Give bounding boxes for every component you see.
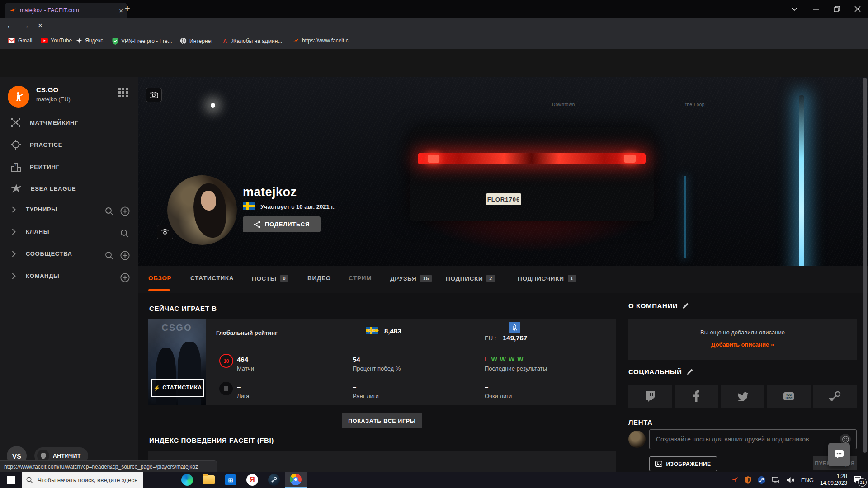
taskbar-chrome[interactable]: [285, 472, 307, 488]
notification-center-button[interactable]: 21: [854, 475, 863, 484]
tab-search-chevron-icon[interactable]: [791, 7, 797, 11]
protect-shield-tray-icon[interactable]: [745, 476, 751, 484]
csgo-game-art[interactable]: CSGO ⚡СТАТИСТИКА: [148, 319, 206, 405]
forward-button[interactable]: →: [22, 21, 29, 30]
communities-search-icon[interactable]: [105, 251, 113, 260]
chat-widget-button[interactable]: [828, 443, 850, 466]
stop-loading-button[interactable]: ×: [38, 21, 42, 30]
teams-add-icon[interactable]: [120, 273, 130, 282]
bookmark-vpn[interactable]: VPN-Free.pro - Fre...: [112, 38, 172, 45]
language-indicator[interactable]: ENG: [801, 477, 814, 483]
sidebar-item-esea[interactable]: ESEA LEAGUE: [11, 184, 76, 193]
steam-icon: [829, 391, 841, 402]
statistics-overlay-button[interactable]: ⚡СТАТИСТИКА: [151, 379, 204, 397]
social-tile-twitch[interactable]: [628, 385, 672, 408]
tab-followers[interactable]: ПОДПИСЧИКИ1: [518, 275, 576, 282]
edit-social-icon[interactable]: [687, 368, 693, 375]
social-tile-steam[interactable]: [813, 385, 857, 408]
network-tray-icon[interactable]: [772, 477, 780, 483]
window-close-button[interactable]: [854, 6, 861, 12]
browser-tab[interactable]: matejkoz - FACEIT.com ×: [5, 3, 127, 18]
taskbar-yandex[interactable]: Я: [241, 472, 263, 488]
game-grid-icon[interactable]: [118, 88, 128, 98]
edit-avatar-camera-button[interactable]: [157, 225, 173, 239]
edit-banner-camera-button[interactable]: [146, 88, 162, 102]
taskbar-search-input[interactable]: [37, 476, 138, 484]
tab-stream[interactable]: СТРИМ: [349, 275, 372, 282]
game-title[interactable]: CS:GO: [36, 86, 58, 94]
facebook-icon: [693, 390, 699, 402]
tab-close-icon[interactable]: ×: [119, 7, 123, 14]
league-rank-label: Ранг лиги: [353, 393, 379, 399]
sidebar-item-ranking[interactable]: 1 РЕЙТИНГ: [11, 162, 60, 172]
sweden-flag-icon: [243, 202, 255, 210]
se-rank-label: SE :: [368, 328, 379, 335]
about-heading: О КОМПАНИИ: [628, 302, 678, 310]
taskbar-time: 1:28: [820, 473, 847, 480]
eu-rank-value: 149,767: [503, 334, 527, 342]
taskbar-explorer[interactable]: [198, 472, 220, 488]
add-description-link[interactable]: Добавить описание »: [628, 341, 857, 348]
back-button[interactable]: ←: [6, 21, 14, 30]
volume-tray-icon[interactable]: [787, 477, 795, 483]
tournaments-add-icon[interactable]: [120, 206, 130, 216]
sidebar-item-tournaments[interactable]: ТУРНИРЫ: [12, 206, 57, 213]
tab-overview[interactable]: ОБЗОР: [148, 275, 171, 282]
bookmark-yandex[interactable]: Яндекс: [76, 38, 103, 44]
share-button[interactable]: ПОДЕЛИТЬСЯ: [243, 216, 321, 232]
chevron-right-icon: [12, 229, 16, 235]
fbi-heading: ИНДЕКС ПОВЕДЕНИЯ FACEIT (FBI): [149, 436, 274, 444]
tournaments-search-icon[interactable]: [105, 207, 113, 216]
results-label: Последние результаты: [485, 365, 547, 372]
league-points-label: Очки лиги: [485, 393, 512, 399]
bookmark-gmail[interactable]: Gmail: [8, 38, 32, 44]
social-tile-facebook[interactable]: [675, 385, 718, 408]
taskbar-clock[interactable]: 1:28 14.09.2023: [820, 473, 847, 487]
sidebar-item-matchmaking[interactable]: МАТЧМЕЙКИНГ: [11, 117, 78, 127]
taskbar-search[interactable]: [22, 472, 143, 488]
post-composer[interactable]: [649, 429, 857, 449]
tab-posts[interactable]: ПОСТЫ0: [252, 275, 288, 282]
show-all-games-button[interactable]: ПОКАЗАТЬ ВСЕ ИГРЫ: [342, 413, 422, 428]
taskbar-steam[interactable]: [263, 472, 285, 488]
profile-avatar[interactable]: [167, 175, 237, 245]
sidebar-item-clans[interactable]: КЛАНЫ: [12, 228, 49, 235]
eu-rank-label: EU :: [485, 335, 496, 342]
new-tab-button[interactable]: +: [125, 4, 130, 14]
post-composer-input[interactable]: [655, 435, 840, 443]
browser-tab-bar: matejkoz - FACEIT.com × +: [0, 0, 868, 18]
sidebar-item-communities[interactable]: СООБЩЕСТВА: [12, 250, 72, 257]
window-restore-button[interactable]: [834, 6, 840, 12]
game-account: matejko (EU): [36, 96, 71, 103]
sidebar-item-practice[interactable]: PRACTICE: [11, 140, 62, 150]
taskbar-store[interactable]: ⊞: [220, 472, 241, 488]
globe-icon: [180, 38, 187, 44]
game-selector-icon[interactable]: [8, 86, 29, 108]
taskbar-edge[interactable]: [176, 472, 198, 488]
steam-tray-icon[interactable]: [758, 476, 765, 484]
faceit-tray-icon[interactable]: [731, 477, 738, 483]
clans-search-icon[interactable]: [120, 229, 129, 238]
page-scrollbar[interactable]: [863, 78, 867, 453]
tab-following[interactable]: ПОДПИСКИ2: [446, 275, 495, 282]
social-heading-row: СОЦИАЛЬНЫЙ: [628, 368, 693, 375]
bookmark-faceit[interactable]: https://www.faceit.c...: [293, 38, 353, 44]
bookmark-internet[interactable]: Интернет: [180, 38, 213, 44]
communities-add-icon[interactable]: [120, 251, 130, 260]
camera-icon: [161, 229, 169, 235]
tab-statistics[interactable]: СТАТИСТИКА: [190, 275, 234, 282]
bookmark-youtube[interactable]: YouTube: [41, 38, 72, 44]
matchmaking-icon: [11, 117, 21, 127]
edit-about-icon[interactable]: [682, 302, 689, 309]
chevron-right-icon: [12, 206, 16, 213]
start-button[interactable]: [0, 472, 22, 488]
share-nodes-icon: [254, 221, 260, 228]
sidebar-item-teams[interactable]: КОМАНДЫ: [12, 272, 60, 279]
tab-videos[interactable]: ВИДЕО: [307, 275, 331, 282]
window-minimize-button[interactable]: [813, 9, 819, 10]
image-button[interactable]: ИЗОБРАЖЕНИЕ: [649, 456, 717, 471]
bookmark-complaints[interactable]: A Жалобы на админ...: [222, 38, 282, 45]
social-tile-twitter[interactable]: [721, 385, 764, 408]
social-tile-youtube[interactable]: YouTube: [767, 385, 811, 408]
tab-friends[interactable]: ДРУЗЬЯ15: [390, 275, 432, 282]
